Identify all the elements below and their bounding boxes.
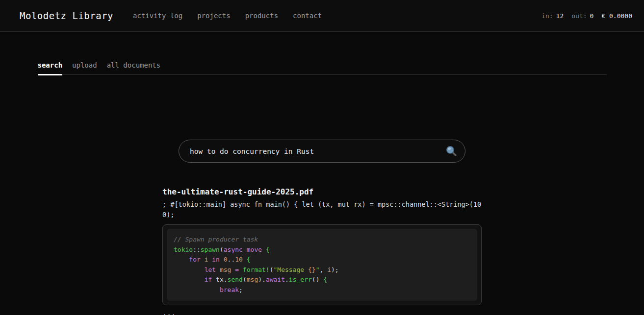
stat-out-label: out:: [571, 12, 587, 20]
stat-out-value: 0: [590, 12, 594, 20]
main-content: search upload all documents the-ultimate…: [38, 32, 607, 315]
main-nav: activity log projects products contact: [133, 12, 322, 20]
stat-out: out:0: [571, 12, 593, 20]
header: Molodetz Library activity log projects p…: [0, 0, 644, 32]
stat-in-label: in:: [541, 12, 553, 20]
brand-title[interactable]: Molodetz Library: [20, 10, 113, 21]
nav-item-products[interactable]: products: [245, 12, 278, 20]
search-box: [179, 140, 465, 163]
result-snippet: ; #[tokio::main] async fn main() { let (…: [162, 199, 482, 220]
stat-balance: € 0.0000: [601, 12, 632, 20]
result-ellipsis: ...: [162, 308, 482, 315]
token-stats: in:12 out:0 € 0.0000: [541, 12, 632, 20]
code-card: // Spawn producer tasktokio::spawn(async…: [162, 224, 482, 305]
search-result: the-ultimate-rust-guide-2025.pdf ; #[tok…: [162, 187, 482, 315]
nav-item-activity-log[interactable]: activity log: [133, 12, 182, 20]
tab-bar: search upload all documents: [38, 61, 607, 75]
tab-search[interactable]: search: [38, 61, 63, 75]
stat-in: in:12: [541, 12, 564, 20]
nav-item-projects[interactable]: projects: [197, 12, 230, 20]
magnifier-icon[interactable]: [445, 145, 458, 157]
stat-in-value: 12: [556, 12, 564, 20]
nav-item-contact[interactable]: contact: [293, 12, 322, 20]
tab-upload[interactable]: upload: [72, 61, 97, 75]
code-block: // Spawn producer tasktokio::spawn(async…: [167, 229, 477, 301]
tab-all-documents[interactable]: all documents: [107, 61, 161, 75]
result-title[interactable]: the-ultimate-rust-guide-2025.pdf: [162, 187, 482, 196]
search-input[interactable]: [179, 140, 465, 163]
search-area: [38, 140, 607, 163]
